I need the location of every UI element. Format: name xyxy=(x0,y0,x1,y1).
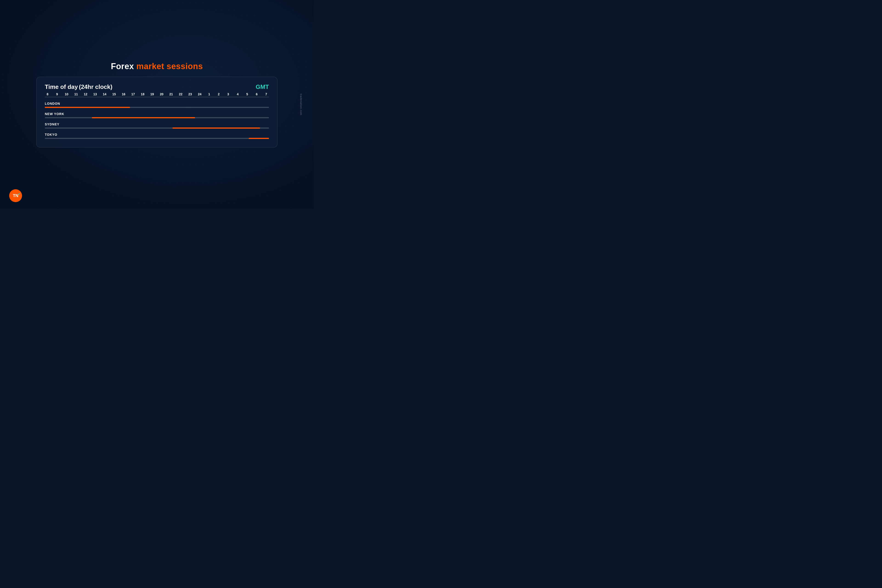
card-header: Time of day (24hr clock) GMT xyxy=(45,83,269,90)
hour-label: 14 xyxy=(102,92,107,96)
hour-label: 22 xyxy=(178,92,183,96)
session-row: TOKYO xyxy=(45,133,269,139)
hour-label: 2 xyxy=(216,92,221,96)
time-of-day-heading: Time of day (24hr clock) xyxy=(45,83,112,90)
session-name: NEW YORK xyxy=(45,112,269,116)
page-title: Forex market sessions xyxy=(111,62,203,71)
session-bar-track xyxy=(45,128,269,129)
hour-label: 12 xyxy=(83,92,88,96)
hour-label: 11 xyxy=(74,92,78,96)
hour-label: 6 xyxy=(255,92,259,96)
hour-label: 1 xyxy=(207,92,212,96)
gmt-label: GMT xyxy=(256,83,269,90)
hour-label: 19 xyxy=(150,92,154,96)
hour-label: 9 xyxy=(55,92,59,96)
session-bar-track xyxy=(45,138,269,139)
logo-check-icon xyxy=(18,193,20,195)
hour-label: 16 xyxy=(121,92,126,96)
hour-label: 13 xyxy=(93,92,98,96)
hour-label: 3 xyxy=(226,92,230,96)
session-bar-active xyxy=(45,107,130,108)
main-card: Time of day (24hr clock) GMT 89101112131… xyxy=(36,77,278,147)
hour-label: 15 xyxy=(112,92,117,96)
hour-label: 24 xyxy=(197,92,202,96)
hour-label: 21 xyxy=(169,92,173,96)
logo-text: TN xyxy=(13,194,18,198)
clock-note: (24hr clock) xyxy=(79,83,112,90)
session-bar-active xyxy=(172,128,260,129)
session-row: SYDNEY xyxy=(45,122,269,129)
hour-labels: 891011121314151617181920212223241234567 xyxy=(45,92,269,96)
session-bar-track xyxy=(45,107,269,108)
hour-label: 7 xyxy=(264,92,268,96)
title-part2: market sessions xyxy=(136,62,203,71)
hour-label: 20 xyxy=(159,92,164,96)
watermark: tradenation.com xyxy=(300,94,303,115)
session-name: TOKYO xyxy=(45,133,269,136)
hour-label: 23 xyxy=(188,92,192,96)
session-bar-track xyxy=(45,117,269,118)
sessions-container: LONDONNEW YORKSYDNEYTOKYO xyxy=(45,102,269,139)
time-divider xyxy=(45,97,269,97)
title-part1: Forex xyxy=(111,62,136,71)
logo: TN xyxy=(9,189,22,202)
page-container: tradenation.com Forex market sessions Ti… xyxy=(0,0,314,209)
hour-label: 18 xyxy=(140,92,145,96)
hour-label: 10 xyxy=(64,92,69,96)
hour-label: 4 xyxy=(236,92,240,96)
session-bar-active xyxy=(92,117,195,118)
hour-label: 8 xyxy=(45,92,50,96)
session-row: NEW YORK xyxy=(45,112,269,118)
hour-label: 17 xyxy=(131,92,135,96)
session-row: LONDON xyxy=(45,102,269,108)
time-label: Time of day xyxy=(45,83,78,90)
hour-label: 5 xyxy=(245,92,249,96)
session-name: LONDON xyxy=(45,102,269,105)
session-name: SYDNEY xyxy=(45,122,269,126)
session-bar-active xyxy=(249,138,269,139)
